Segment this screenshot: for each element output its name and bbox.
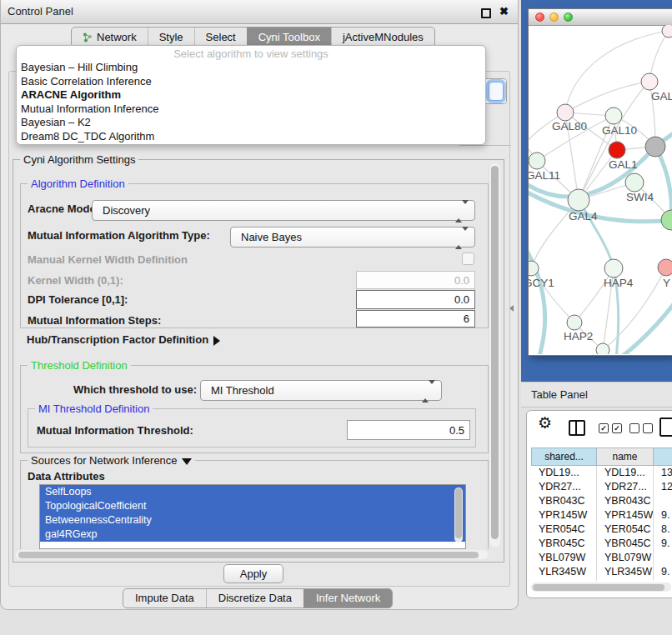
table-row[interactable]: YBR045CYBR045C9. — [531, 537, 672, 551]
network-canvas[interactable]: GALGAL80GAL10GAL1GAL11SWI4GAL4GCY1HAP4YH… — [529, 25, 672, 354]
table-row[interactable]: YDR27...YDR27...12 — [531, 480, 672, 494]
network-node-swi4[interactable] — [625, 173, 644, 192]
column-header[interactable]: name — [597, 448, 654, 466]
close-icon[interactable]: ✖ — [499, 5, 509, 18]
scrollbar-thumb[interactable] — [533, 584, 664, 591]
combo-spinner-focused[interactable] — [489, 82, 504, 101]
table-row[interactable]: YPR145WYPR145W9. — [531, 508, 672, 522]
gear-icon[interactable]: ⚙ — [538, 415, 552, 431]
network-node-hap4[interactable] — [604, 259, 623, 278]
tab-cyni-toolbox[interactable]: Cyni Toolbox — [247, 28, 331, 47]
group-title: Cyni Algorithm Settings — [20, 153, 138, 166]
network-node[interactable] — [645, 137, 665, 157]
network-node-gal10[interactable] — [605, 108, 622, 124]
close-traffic-light-icon[interactable] — [535, 12, 544, 22]
column-header[interactable]: shared... — [531, 448, 597, 466]
table-header-row: shared...name — [531, 448, 672, 466]
column-header[interactable] — [654, 448, 672, 466]
show-columns-icon[interactable]: ✓✓ — [599, 423, 622, 433]
attribute-item-selected[interactable]: TopologicalCoefficient — [40, 499, 465, 513]
dpi-tolerance-field[interactable] — [356, 290, 475, 309]
network-node-hap2[interactable] — [567, 315, 582, 330]
tab-impute-data[interactable]: Impute Data — [123, 589, 206, 608]
sources-title: Sources for Network Inference — [31, 454, 178, 467]
table-row[interactable]: YBL079WYBL079W — [531, 551, 672, 565]
sources-group: Sources for Network Inference Data Attri… — [20, 460, 489, 549]
table-cell: YDR27... — [597, 480, 654, 494]
float-window-icon[interactable] — [481, 8, 491, 18]
dropdown-item[interactable]: Dream8 DC_TDC Algorithm — [17, 130, 485, 144]
table-row[interactable]: YLR345WYLR345W9. — [531, 565, 672, 579]
network-view-background: GALGAL80GAL10GAL1GAL11SWI4GAL4GCY1HAP4YH… — [521, 0, 672, 382]
tab-network[interactable]: Network — [72, 28, 148, 47]
tab-discretize-data[interactable]: Discretize Data — [206, 589, 303, 608]
table-row[interactable]: YIL052CYIL052C9 — [531, 579, 672, 581]
network-window-titlebar[interactable] — [529, 9, 672, 26]
manual-kernel-width-checkbox[interactable] — [462, 252, 474, 265]
settings-vertical-scrollbar[interactable] — [489, 163, 500, 547]
table-cell: 8. — [654, 522, 672, 537]
which-threshold-combo[interactable]: MI Threshold — [200, 380, 442, 401]
attribute-item-selected[interactable]: SelfLoops — [40, 485, 465, 499]
hide-columns-icon[interactable] — [629, 423, 653, 433]
dropdown-item[interactable]: Bayesian – Hill Climbing — [17, 61, 485, 75]
export-table-icon[interactable] — [659, 418, 672, 437]
algorithm-definition-group: Algorithm Definition Aracne Mode: Discov… — [20, 183, 489, 328]
dropdown-item[interactable]: ARACNE Algorithm — [17, 88, 485, 102]
dropdown-item[interactable]: Basic Correlation Inference — [17, 75, 485, 89]
attribute-item-selected[interactable]: BetweennessCentrality — [40, 513, 465, 528]
network-node[interactable] — [596, 343, 609, 354]
node-label: GAL — [651, 90, 672, 102]
table-body[interactable]: YDL19...YDL19...13YDR27...YDR27...12YBR0… — [531, 466, 672, 581]
sources-group-toggle[interactable]: Sources for Network Inference — [28, 454, 195, 467]
kernel-width-field[interactable] — [356, 271, 475, 289]
network-node-gal1[interactable] — [609, 142, 625, 158]
table-cell: 9. — [654, 537, 672, 551]
tab-infer-network[interactable]: Infer Network — [303, 589, 392, 608]
tab-jactivemnodules[interactable]: jActiveMNodules — [331, 28, 434, 47]
control-panel-titlebar[interactable]: Control Panel ✖ — [1, 0, 518, 24]
tab-select[interactable]: Select — [194, 28, 247, 47]
network-node[interactable] — [662, 25, 672, 38]
zoom-traffic-light-icon[interactable] — [564, 12, 573, 22]
data-attributes-list[interactable]: SelfLoopsTopologicalCoefficientBetweenne… — [39, 484, 466, 549]
scrollbar-thumb[interactable] — [491, 166, 499, 539]
network-node-gal11[interactable] — [529, 152, 545, 169]
mi-steps-field[interactable] — [356, 310, 475, 328]
settings-horizontal-scrollbar[interactable] — [16, 550, 488, 559]
network-view-window[interactable]: GALGAL80GAL10GAL1GAL11SWI4GAL4GCY1HAP4YH… — [528, 8, 672, 356]
table-row[interactable]: YER054CYER054C8. — [531, 522, 672, 537]
split-pane-collapse-arrow[interactable] — [509, 305, 514, 312]
mi-algorithm-type-combo[interactable]: Naive Bayes — [230, 227, 475, 248]
mi-threshold-field[interactable] — [347, 420, 470, 440]
dropdown-item[interactable]: Bayesian – K2 — [17, 116, 485, 130]
node-label: GAL80 — [552, 120, 587, 132]
apply-button[interactable]: Apply — [223, 564, 283, 583]
collapse-arrow-icon — [182, 458, 192, 465]
table-horizontal-scrollbar[interactable] — [531, 582, 671, 592]
hub-definition-toggle[interactable]: Hub/Transcription Factor Definition — [27, 333, 220, 346]
columns-icon[interactable] — [569, 420, 585, 436]
table-row[interactable]: YBR043CYBR043C — [531, 494, 672, 508]
aracne-mode-value: Discovery — [103, 201, 150, 220]
list-vertical-scrollbar[interactable] — [454, 488, 463, 542]
scrollbar-thumb[interactable] — [18, 552, 479, 558]
scrollbar-thumb[interactable] — [455, 488, 462, 538]
network-node-y[interactable] — [658, 259, 672, 276]
table-cell: YDL19... — [597, 466, 654, 480]
table-row[interactable]: YDL19...YDL19...13 — [531, 466, 672, 480]
table-cell: YLR345W — [531, 565, 597, 579]
network-node-gal80[interactable] — [557, 104, 574, 121]
minimize-traffic-light-icon[interactable] — [549, 12, 559, 22]
dropdown-item[interactable]: Mutual Information Inference — [17, 102, 485, 117]
table-cell: YBL079W — [597, 551, 654, 565]
control-panel-window: Control Panel ✖ NetworkStyleSelectCyni T… — [0, 0, 519, 610]
tab-style[interactable]: Style — [148, 28, 194, 47]
combo-arrows-icon — [455, 204, 469, 219]
network-node-gal4[interactable] — [568, 189, 589, 211]
aracne-mode-combo[interactable]: Discovery — [92, 200, 475, 221]
network-node-gal[interactable] — [641, 73, 658, 90]
attribute-item-selected[interactable]: gal4RGexp — [40, 528, 465, 542]
node-label: GAL11 — [529, 169, 560, 182]
network-node[interactable] — [661, 210, 672, 230]
